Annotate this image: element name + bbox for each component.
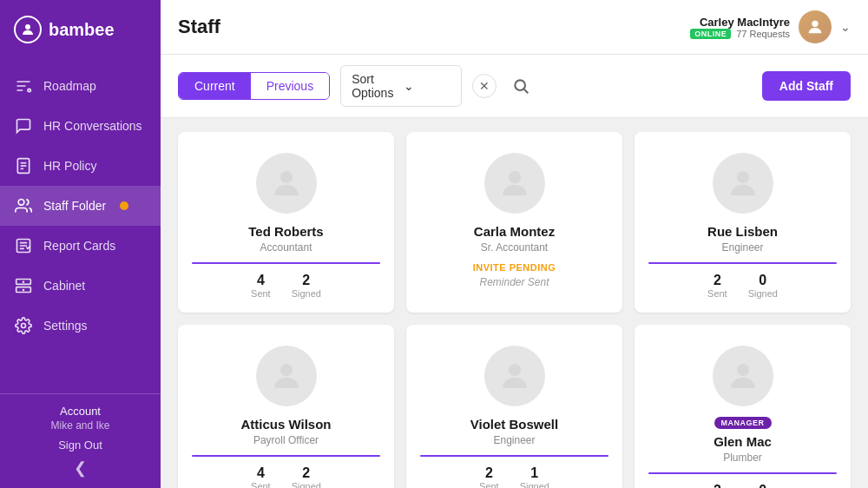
staff-folder-badge: [120, 201, 128, 210]
avatar: [799, 10, 832, 43]
policy-icon: [14, 156, 33, 175]
staff-divider: [192, 455, 380, 457]
staff-avatar: [484, 153, 545, 214]
sidebar-item-label-roadmap: Roadmap: [43, 79, 96, 93]
sidebar-item-settings[interactable]: Settings: [0, 306, 161, 346]
signed-label: Signed: [748, 288, 778, 299]
stat-sent: 4 Sent: [251, 273, 271, 299]
tab-current[interactable]: Current: [179, 73, 251, 99]
staff-role: Engineer: [493, 434, 535, 446]
sign-out-link[interactable]: Sign Out: [14, 439, 147, 452]
signed-count: 0: [759, 483, 766, 488]
svg-point-1: [28, 89, 30, 91]
staff-stats: 4 Sent 2 Signed: [251, 465, 321, 488]
staff-name: Carla Montez: [474, 224, 555, 239]
sort-label: Sort Options: [352, 72, 398, 100]
settings-icon: [14, 316, 33, 335]
staff-avatar: [256, 346, 317, 406]
requests-text: 77 Requests: [736, 29, 790, 39]
stat-sent: 2 Sent: [479, 465, 499, 488]
page-header: Staff Carley MacIntyre ONLINE 77 Request…: [161, 0, 868, 55]
sidebar-item-hr-conversations[interactable]: HR Conversations: [0, 106, 161, 146]
sidebar: bambee Roadmap HR Conversations: [0, 0, 161, 488]
signed-count: 2: [302, 465, 310, 481]
tab-group: Current Previous: [178, 72, 330, 100]
staff-role: Engineer: [721, 241, 763, 254]
sent-label: Sent: [707, 288, 727, 299]
staff-name: Glen Mac: [713, 434, 772, 449]
sidebar-collapse-button[interactable]: ❮: [14, 458, 147, 478]
signed-label: Signed: [292, 288, 321, 299]
cabinet-icon: [14, 276, 33, 295]
reminder-sent-text: Reminder Sent: [479, 276, 549, 288]
invite-pending-badge: INVITE PENDING: [473, 262, 556, 273]
stat-sent: 4 Sent: [251, 465, 271, 488]
stat-signed: 2 Signed: [292, 465, 321, 488]
staff-stats: 2 Sent 0 Signed: [707, 273, 778, 299]
staff-role: Sr. Accountant: [481, 241, 548, 254]
user-status-row: ONLINE 77 Requests: [690, 29, 790, 39]
staff-stats: 2 Sent 1 Signed: [479, 465, 549, 488]
stat-sent: 2 Sent: [707, 273, 727, 299]
staff-divider: [420, 455, 608, 457]
svg-line-15: [524, 89, 529, 94]
sidebar-item-report-cards[interactable]: Report Cards: [0, 226, 161, 266]
svg-point-16: [280, 171, 293, 183]
staff-divider: [648, 472, 837, 474]
roadmap-icon: [14, 76, 33, 96]
stat-signed: 2 Signed: [292, 273, 321, 299]
sort-dropdown[interactable]: Sort Options ⌄: [340, 65, 462, 107]
staff-card-rue-lisben[interactable]: Rue Lisben Engineer 2 Sent 0 Signed: [635, 132, 851, 313]
svg-point-0: [25, 24, 30, 30]
svg-point-21: [737, 364, 749, 376]
signed-label: Signed: [520, 481, 549, 488]
sidebar-item-label-settings: Settings: [43, 319, 88, 333]
sent-label: Sent: [251, 288, 271, 299]
stat-signed: 0 Signed: [748, 273, 778, 299]
bambee-logo-icon: [14, 16, 42, 43]
sent-label: Sent: [251, 481, 271, 488]
staff-divider: [648, 262, 837, 264]
stat-signed: 1 Signed: [520, 465, 549, 488]
staff-card-glen-mac[interactable]: MANAGER Glen Mac Plumber 2 Sent 0 Signed: [635, 325, 851, 488]
signed-label: Signed: [292, 481, 321, 488]
staff-grid: Ted Roberts Accountant 4 Sent 2 Signed: [161, 118, 868, 488]
signed-count: 1: [530, 465, 538, 481]
svg-point-12: [22, 324, 26, 328]
staff-avatar: [713, 153, 773, 214]
sent-label: Sent: [479, 481, 499, 488]
sent-count: 2: [713, 273, 721, 288]
staff-avatar: [484, 346, 545, 406]
user-info-area[interactable]: Carley MacIntyre ONLINE 77 Requests ⌄: [690, 10, 851, 43]
logo-text: bambee: [49, 20, 115, 40]
staff-card-atticus-wilson[interactable]: Atticus Wilson Payroll Officer 4 Sent 2 …: [178, 325, 394, 488]
staff-card-ted-roberts[interactable]: Ted Roberts Accountant 4 Sent 2 Signed: [178, 132, 394, 313]
account-sub: Mike and Ike: [14, 419, 147, 432]
staff-stats: 4 Sent 2 Signed: [251, 273, 321, 299]
dropdown-chevron-icon: ⌄: [404, 79, 450, 93]
sidebar-item-hr-policy[interactable]: HR Policy: [0, 146, 161, 186]
staff-icon: [14, 196, 33, 215]
signed-count: 2: [302, 273, 310, 288]
sidebar-item-cabinet[interactable]: Cabinet: [0, 266, 161, 306]
staff-card-violet-boswell[interactable]: Violet Boswell Engineer 2 Sent 1 Signed: [406, 325, 622, 488]
sidebar-nav: Roadmap HR Conversations HR Policy: [0, 59, 161, 393]
signed-count: 0: [759, 273, 766, 288]
search-button[interactable]: [507, 72, 535, 100]
add-staff-button[interactable]: Add Staff: [762, 71, 851, 101]
staff-card-carla-montez[interactable]: Carla Montez Sr. Accountant INVITE PENDI…: [406, 132, 622, 313]
staff-role: Plumber: [723, 452, 762, 464]
sidebar-item-staff-folder[interactable]: Staff Folder: [0, 186, 161, 226]
staff-avatar: [713, 346, 773, 406]
report-icon: [14, 236, 33, 255]
sent-count: 2: [713, 483, 721, 488]
clear-button[interactable]: ✕: [472, 74, 496, 98]
tab-previous[interactable]: Previous: [251, 73, 329, 99]
main-content: Staff Carley MacIntyre ONLINE 77 Request…: [161, 0, 868, 488]
staff-avatar: [256, 153, 317, 214]
sent-count: 2: [485, 465, 493, 481]
sidebar-item-roadmap[interactable]: Roadmap: [0, 66, 161, 106]
stat-sent: 2 Sent: [707, 483, 727, 488]
staff-divider: [192, 262, 380, 264]
logo-area[interactable]: bambee: [0, 0, 161, 59]
